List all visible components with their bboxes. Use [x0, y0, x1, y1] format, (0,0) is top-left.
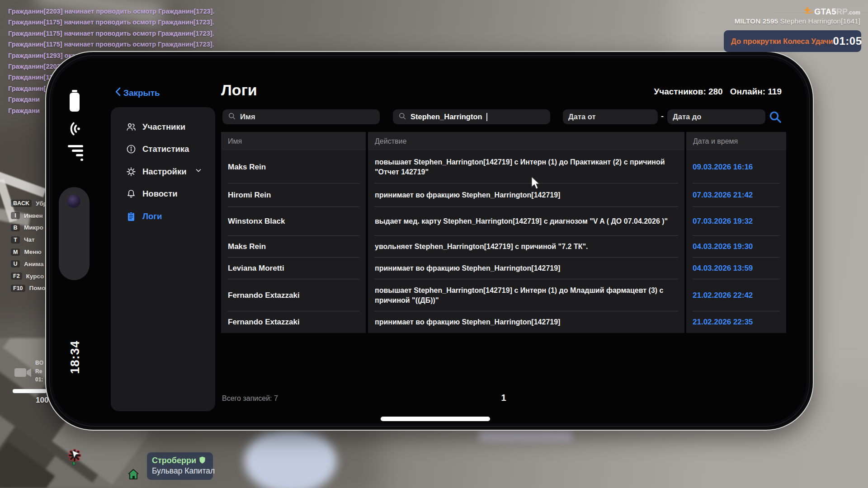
- table-row[interactable]: Hiromi Rein принимает во фракцию Stephen…: [221, 183, 786, 207]
- sidebar-item-label: Статистика: [142, 144, 189, 154]
- table-row[interactable]: Winstonx Black выдает мед. карту Stephen…: [221, 207, 786, 236]
- cell-date: 04.03.2026 19:30: [686, 236, 786, 258]
- sidebar-item-logs[interactable]: Логи: [111, 205, 215, 228]
- shield-icon: [199, 456, 206, 465]
- keybind-menu: MМеню: [11, 246, 47, 258]
- close-button-label: Закрыть: [123, 88, 160, 98]
- bell-icon: [126, 188, 137, 199]
- page-title: Логи: [221, 81, 257, 99]
- search-submit-button[interactable]: [769, 110, 782, 124]
- sidebar-item-statistics[interactable]: Статистика: [111, 138, 215, 161]
- wheel-of-fortune-timer: До прокрутки Колеса Удачи 01:05: [724, 30, 861, 52]
- status-clock-value: 18:34: [68, 340, 82, 374]
- chat-line: Гражданин[1175] начинает проводить осмот…: [8, 17, 214, 28]
- faction-stats: Участников: 280 Онлайн: 119: [654, 87, 782, 97]
- name-input-placeholder: Имя: [240, 113, 255, 121]
- sidebar-item-settings[interactable]: Настройки: [111, 160, 215, 183]
- timer-label: До прокрутки Колеса Удачи: [731, 37, 833, 46]
- column-header-name: Имя: [221, 132, 366, 150]
- key-label: Микро: [24, 224, 43, 231]
- keybind-help: F10Помо: [11, 282, 47, 295]
- phone-screen: 18:34 Закрыть Логи Участников: 280 Онлай…: [52, 58, 807, 423]
- table-row[interactable]: Fernando Extazzaki повышает Stephen_Harr…: [221, 279, 786, 311]
- recorder-status-text: BO Re 01:: [35, 359, 43, 384]
- key-badge: BACK: [11, 200, 32, 207]
- sidebar-item-news[interactable]: Новости: [111, 183, 215, 206]
- name-search-input[interactable]: Имя: [222, 109, 380, 124]
- sidebar: Участники Статистика Настройки Новости: [111, 107, 215, 411]
- keybind-animations: UАнима: [11, 258, 47, 270]
- cell-action: принимает во фракцию Stephen_Harrington[…: [368, 258, 684, 279]
- key-badge: U: [11, 260, 20, 267]
- search-icon: [228, 112, 236, 122]
- member-search-value: Stephen_Harrington: [410, 113, 482, 121]
- camera-lens-icon: [67, 194, 80, 208]
- sidebar-item-label: Настройки: [142, 167, 187, 177]
- zone-name: MILTON 2595: [734, 17, 778, 25]
- date-to-input[interactable]: Дата до: [667, 109, 765, 124]
- recorder-line: 01:: [35, 375, 43, 384]
- cell-date: 21.02.2026 22:42: [686, 279, 786, 311]
- keybind-microphone: BМикро: [11, 222, 47, 234]
- keybind-chat: TЧат: [11, 234, 47, 246]
- cell-name: Winstonx Black: [221, 207, 366, 236]
- date-from-input[interactable]: Дата от: [563, 109, 658, 124]
- records-total: Всего записей: 7: [222, 394, 278, 403]
- npc-figure: [244, 428, 337, 488]
- close-button[interactable]: Закрыть: [115, 87, 160, 99]
- cell-date: 04.03.2026 13:59: [686, 258, 786, 279]
- gear-icon: [126, 166, 137, 177]
- table-row[interactable]: Maks Rein повышает Stephen_Harrington[14…: [221, 150, 786, 183]
- cell-date: 21.02.2026 22:35: [686, 311, 786, 333]
- cell-name: Maks Rein: [221, 150, 366, 183]
- map-dot: [72, 461, 75, 465]
- wifi-icon: [64, 120, 84, 138]
- screenshot-stage: Гражданин[2203] начинает проводить осмот…: [0, 0, 868, 488]
- camera-notch: [59, 187, 90, 280]
- cell-action: повышает Stephen_Harrington[142719] с Ин…: [368, 279, 684, 311]
- people-icon: [126, 122, 137, 132]
- table-header: Имя Действие Дата и время: [221, 132, 786, 150]
- logo-text-rp: RP: [836, 7, 848, 17]
- cell-action: выдает мед. карту Stephen_Harrington[142…: [368, 207, 684, 236]
- logs-table: Имя Действие Дата и время Maks Rein повы…: [221, 132, 786, 333]
- member-search-input[interactable]: Stephen_Harrington: [393, 109, 550, 124]
- cell-date: 07.03.2026 19:32: [686, 207, 786, 236]
- key-badge: F2: [11, 272, 22, 280]
- cell-date: 09.03.2026 16:16: [686, 150, 786, 183]
- recorder-line: BO: [35, 359, 43, 367]
- battery-icon: [70, 93, 80, 112]
- health-value: 100: [36, 396, 48, 405]
- chat-line: Гражданин[1175] начинает проводить осмот…: [8, 39, 214, 50]
- table-row[interactable]: Fernando Extazzaki принимает во фракцию …: [221, 311, 786, 333]
- cell-action: принимает во фракцию Stephen_Harrington[…: [368, 183, 684, 207]
- home-indicator[interactable]: [381, 417, 490, 421]
- key-badge: M: [11, 249, 20, 256]
- table-row[interactable]: Maks Rein увольняет Stephen_Harrington[1…: [221, 236, 786, 258]
- sidebar-item-members[interactable]: Участники: [111, 116, 215, 138]
- key-badge: B: [11, 224, 20, 231]
- cell-name: Hiromi Rein: [221, 183, 366, 207]
- members-count: Участников: 280: [654, 87, 722, 97]
- search-icon: [398, 112, 406, 122]
- cursor-arrow-icon: [71, 450, 80, 460]
- date-from-placeholder: Дата от: [568, 113, 596, 121]
- street-badge-title: Строберри: [152, 456, 196, 465]
- key-label: Чат: [24, 236, 35, 243]
- keybind-inventory: IИнвен: [11, 210, 47, 222]
- text-caret: [486, 113, 487, 121]
- pagination-page-1[interactable]: 1: [458, 393, 549, 403]
- signal-strength-icon: [68, 145, 83, 161]
- cell-action: увольняет Stephen_Harrington[142719] с п…: [368, 236, 684, 258]
- column-header-action: Действие: [368, 132, 684, 150]
- table-row[interactable]: Leviana Moretti принимает во фракцию Ste…: [221, 258, 786, 279]
- key-label: Инвен: [24, 212, 43, 219]
- location-line: MILTON 2595 Stephen Harrington[1641]: [734, 17, 860, 25]
- key-label: Меню: [24, 249, 41, 255]
- chevron-left-icon: [115, 87, 121, 99]
- info-icon: [126, 144, 137, 155]
- sidebar-item-label: Участники: [142, 122, 185, 132]
- chat-line: Гражданин[1175] начинает проводить осмот…: [8, 28, 214, 39]
- cell-name: Fernando Extazzaki: [221, 311, 366, 333]
- mouse-cursor: [531, 176, 541, 192]
